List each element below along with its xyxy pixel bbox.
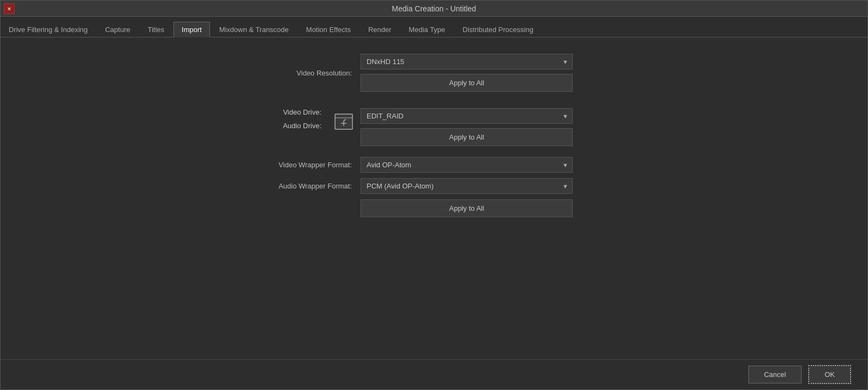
video-resolution-dropdown-wrapper: DNxHD 115 DNxHD 175 DNxHD 36 DNxHD 220 ▼ bbox=[361, 54, 573, 70]
audio-wrapper-dropdown-wrapper: PCM (Avid OP-Atom) AAC MP3 ▼ bbox=[361, 178, 573, 194]
video-wrapper-row: Video Wrapper Format: Avid OP-Atom MXF O… bbox=[252, 157, 616, 173]
content-area: Video Resolution: DNxHD 115 DNxHD 175 DN… bbox=[1, 37, 867, 359]
drive-icon bbox=[330, 108, 357, 135]
video-resolution-row: Video Resolution: DNxHD 115 DNxHD 175 DN… bbox=[252, 54, 616, 92]
tab-motion-effects[interactable]: Motion Effects bbox=[298, 22, 359, 37]
footer: Cancel OK bbox=[1, 359, 867, 389]
form-container: Video Resolution: DNxHD 115 DNxHD 175 DN… bbox=[230, 54, 638, 217]
video-wrapper-dropdown-wrapper: Avid OP-Atom MXF OP1a QuickTime ▼ bbox=[361, 157, 573, 173]
video-resolution-select[interactable]: DNxHD 115 DNxHD 175 DNxHD 36 DNxHD 220 bbox=[361, 54, 573, 70]
tab-distributed[interactable]: Distributed Processing bbox=[455, 22, 542, 37]
drive-select[interactable]: EDIT_RAID LOCAL_DRIVE MEDIA_DRIVE bbox=[361, 108, 573, 124]
video-resolution-controls: DNxHD 115 DNxHD 175 DNxHD 36 DNxHD 220 ▼… bbox=[361, 54, 616, 92]
video-wrapper-select[interactable]: Avid OP-Atom MXF OP1a QuickTime bbox=[361, 157, 573, 173]
drive-labels: Video Drive: Audio Drive: bbox=[283, 108, 330, 130]
title-bar: × Media Creation - Untitled bbox=[1, 1, 867, 17]
drive-section: Video Drive: Audio Drive: bbox=[252, 108, 616, 146]
main-window: × Media Creation - Untitled Drive Filter… bbox=[0, 0, 868, 390]
video-wrapper-label: Video Wrapper Format: bbox=[252, 161, 361, 169]
drive-controls: EDIT_RAID LOCAL_DRIVE MEDIA_DRIVE ▼ Appl… bbox=[361, 108, 616, 146]
apply-wrapper-row: Apply to All bbox=[252, 199, 616, 217]
ok-button[interactable]: OK bbox=[808, 365, 851, 384]
apply-all-button-2[interactable]: Apply to All bbox=[361, 128, 573, 146]
wrapper-section: Video Wrapper Format: Avid OP-Atom MXF O… bbox=[252, 157, 616, 217]
close-button[interactable]: × bbox=[4, 3, 15, 14]
video-resolution-label: Video Resolution: bbox=[252, 69, 361, 77]
drive-dropdown-wrapper: EDIT_RAID LOCAL_DRIVE MEDIA_DRIVE ▼ bbox=[361, 108, 573, 124]
audio-wrapper-select[interactable]: PCM (Avid OP-Atom) AAC MP3 bbox=[361, 178, 573, 194]
apply-wrapper-control: Apply to All bbox=[361, 199, 616, 217]
window-title: Media Creation - Untitled bbox=[392, 4, 476, 13]
tab-capture[interactable]: Capture bbox=[97, 22, 138, 37]
cancel-button[interactable]: Cancel bbox=[748, 366, 802, 383]
audio-drive-label: Audio Drive: bbox=[283, 122, 321, 130]
tab-media-type[interactable]: Media Type bbox=[401, 22, 454, 37]
audio-wrapper-control: PCM (Avid OP-Atom) AAC MP3 ▼ bbox=[361, 178, 616, 194]
video-drive-label: Video Drive: bbox=[283, 108, 321, 116]
tab-titles[interactable]: Titles bbox=[139, 22, 172, 37]
tab-render[interactable]: Render bbox=[360, 22, 400, 37]
tab-import[interactable]: Import bbox=[173, 22, 210, 37]
video-wrapper-control: Avid OP-Atom MXF OP1a QuickTime ▼ bbox=[361, 157, 616, 173]
svg-rect-1 bbox=[335, 117, 352, 118]
tab-bar: Drive Filtering & Indexing Capture Title… bbox=[1, 17, 867, 37]
apply-all-button-3[interactable]: Apply to All bbox=[361, 199, 573, 217]
tab-mixdown[interactable]: Mixdown & Transcode bbox=[211, 22, 297, 37]
audio-wrapper-label: Audio Wrapper Format: bbox=[252, 182, 361, 190]
audio-wrapper-row: Audio Wrapper Format: PCM (Avid OP-Atom)… bbox=[252, 178, 616, 194]
tab-drive-filtering[interactable]: Drive Filtering & Indexing bbox=[1, 22, 96, 37]
apply-all-button-1[interactable]: Apply to All bbox=[361, 74, 573, 92]
